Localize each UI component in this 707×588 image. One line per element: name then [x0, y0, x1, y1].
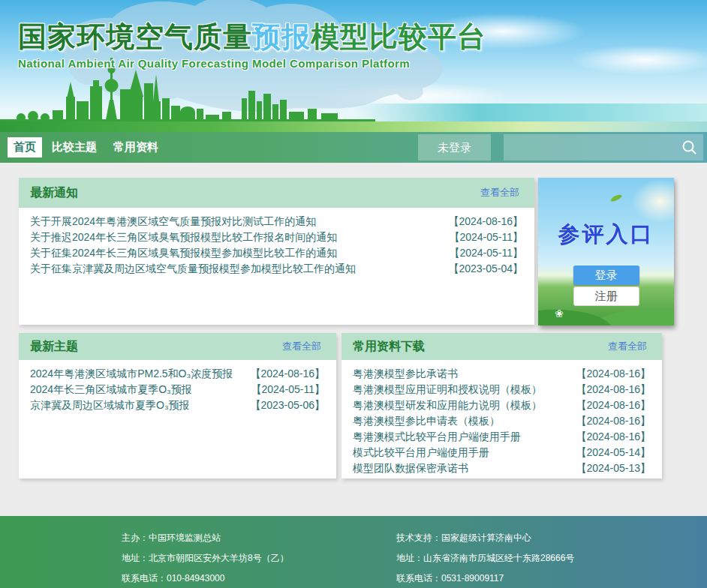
title-part-1: 国家环境空气质量: [18, 21, 252, 52]
notice-item: 关于推迟2024年长三角区域臭氧预报模型比较工作报名时间的通知 【2024-05…: [30, 230, 523, 245]
notice-date: 【2024-05-11】: [449, 245, 523, 261]
notices-list: 关于开展2024年粤港澳区域空气质量预报对比测试工作的通知 【2024-08-1…: [19, 208, 534, 277]
download-link[interactable]: 粤港澳模型应用证明和授权说明（模板）: [353, 382, 542, 398]
footer-tech-support: 技术支持：国家超级计算济南中心: [396, 528, 574, 548]
latest-topics-panel: 最新主题 查看全部 2024年粤港澳区域城市PM2.5和O₃浓度预报 【2024…: [19, 333, 336, 478]
daisy-flower-decoration: ❀: [555, 308, 564, 320]
download-link[interactable]: 粤港澳模型研发和应用能力说明（模板）: [353, 398, 542, 413]
download-item: 粤港澳模型研发和应用能力说明（模板） 【2024-08-16】: [353, 398, 651, 413]
materials-download-panel: 常用资料下载 查看全部 粤港澳模型参比承诺书 【2024-08-16】 粤港澳模…: [341, 333, 662, 478]
downloads-list: 粤港澳模型参比承诺书 【2024-08-16】 粤港澳模型应用证明和授权说明（模…: [341, 360, 662, 476]
main-navigation: 首页 比较主题 常用资料 未登录: [0, 132, 707, 163]
participation-entry-title: 参评入口: [538, 220, 674, 250]
topic-item: 京津冀及周边区域城市夏季O₃预报 【2023-05-06】: [30, 398, 325, 413]
footer-address-left: 地址：北京市朝阳区安外大羊坊8号（乙）: [122, 548, 396, 568]
nav-item-comparison-topics[interactable]: 比较主题: [52, 140, 97, 154]
download-date: 【2024-05-14】: [576, 445, 651, 460]
ground-decoration: [0, 122, 707, 132]
search-icon[interactable]: [681, 139, 699, 157]
notice-link[interactable]: 关于开展2024年粤港澳区域空气质量预报对比测试工作的通知: [30, 214, 316, 230]
page-title: 国家环境空气质量预报模型比较平台: [18, 20, 486, 53]
title-part-2: 预报: [252, 21, 311, 52]
download-date: 【2024-08-16】: [576, 366, 651, 382]
topics-view-all-link[interactable]: 查看全部: [282, 340, 321, 353]
topic-item: 2024年长三角区域城市夏季O₃预报 【2024-05-11】: [30, 382, 325, 398]
nav-item-home[interactable]: 首页: [8, 137, 42, 158]
latest-notices-header: 最新通知 查看全部: [19, 178, 534, 208]
site-footer: 主办：中国环境监测总站 地址：北京市朝阳区安外大羊坊8号（乙） 联系电话：010…: [0, 516, 707, 588]
water-decoration: [354, 104, 707, 123]
downloads-view-all-link[interactable]: 查看全部: [608, 340, 647, 353]
latest-notices-title: 最新通知: [30, 185, 78, 201]
download-date: 【2024-05-13】: [576, 460, 651, 476]
notice-item: 关于征集京津冀及周边区域空气质量预报模型参加模型比较工作的通知 【2023-05…: [30, 261, 523, 277]
download-date: 【2024-08-16】: [576, 398, 651, 413]
main-content: 最新通知 查看全部 关于开展2024年粤港澳区域空气质量预报对比测试工作的通知 …: [0, 163, 707, 478]
topic-item: 2024年粤港澳区域城市PM2.5和O₃浓度预报 【2024-08-16】: [30, 366, 325, 382]
materials-download-header: 常用资料下载 查看全部: [341, 333, 662, 360]
download-link[interactable]: 粤港澳模型参比申请表（模板）: [353, 413, 500, 429]
topic-date: 【2023-05-06】: [250, 398, 325, 413]
topic-link[interactable]: 2024年粤港澳区域城市PM2.5和O₃浓度预报: [30, 366, 233, 382]
notice-item: 关于开展2024年粤港澳区域空气质量预报对比测试工作的通知 【2024-08-1…: [30, 214, 523, 230]
search-input[interactable]: [504, 134, 681, 160]
latest-notices-panel: 最新通知 查看全部 关于开展2024年粤港澳区域空气质量预报对比测试工作的通知 …: [19, 178, 534, 325]
topic-date: 【2024-08-16】: [250, 366, 325, 382]
leaf-decoration: [609, 194, 622, 202]
topic-link[interactable]: 2024年长三角区域城市夏季O₃预报: [30, 382, 192, 398]
notice-date: 【2024-05-11】: [449, 230, 523, 245]
site-header: 国家环境空气质量预报模型比较平台 National Ambient Air Qu…: [0, 0, 707, 132]
topic-date: 【2024-05-11】: [251, 382, 325, 398]
notice-date: 【2024-08-16】: [448, 214, 523, 230]
download-item: 粤港澳模式比较平台用户端使用手册 【2024-08-16】: [353, 429, 651, 445]
latest-topics-title: 最新主题: [30, 339, 78, 355]
download-item: 粤港澳模型应用证明和授权说明（模板） 【2024-08-16】: [353, 382, 651, 398]
participation-entry-panel: 参评入口 登录 注册 ❀: [538, 178, 674, 326]
download-date: 【2024-08-16】: [576, 382, 651, 398]
footer-address-right: 地址：山东省济南市历城区经十东路28666号: [396, 548, 574, 568]
footer-organizer: 主办：中国环境监测总站: [122, 528, 396, 548]
notice-item: 关于征集2024年长三角区域臭氧预报模型参加模型比较工作的通知 【2024-05…: [30, 245, 523, 261]
page-subtitle: National Ambient Air Quality Forecasting…: [18, 57, 486, 70]
download-link[interactable]: 模式比较平台用户端使用手册: [353, 445, 489, 460]
search-box: [504, 134, 703, 160]
footer-phone-left: 联系电话：010-84943000: [122, 568, 396, 588]
topics-list: 2024年粤港澳区域城市PM2.5和O₃浓度预报 【2024-08-16】 20…: [19, 360, 336, 413]
materials-download-title: 常用资料下载: [353, 339, 425, 355]
register-button[interactable]: 注册: [573, 286, 639, 306]
download-item: 粤港澳模型参比承诺书 【2024-08-16】: [353, 366, 651, 382]
download-item: 粤港澳模型参比申请表（模板） 【2024-08-16】: [353, 413, 651, 429]
download-link[interactable]: 粤港澳模式比较平台用户端使用手册: [353, 429, 521, 445]
footer-phone-right: 联系电话：0531-89009117: [396, 568, 574, 588]
notice-link[interactable]: 关于推迟2024年长三角区域臭氧预报模型比较工作报名时间的通知: [30, 230, 337, 245]
notice-link[interactable]: 关于征集2024年长三角区域臭氧预报模型参加模型比较工作的通知: [30, 245, 337, 261]
title-part-3: 模型比较平台: [311, 21, 486, 52]
download-link[interactable]: 粤港澳模型参比承诺书: [353, 366, 458, 382]
login-status-button[interactable]: 未登录: [418, 134, 491, 160]
download-date: 【2024-08-16】: [576, 413, 651, 429]
download-item: 模式比较平台用户端使用手册 【2024-05-14】: [353, 445, 651, 460]
download-date: 【2024-08-16】: [576, 429, 651, 445]
latest-topics-header: 最新主题 查看全部: [19, 333, 336, 360]
login-button[interactable]: 登录: [573, 266, 639, 285]
nav-item-materials[interactable]: 常用资料: [113, 140, 158, 154]
cloud-decoration: [570, 45, 707, 75]
notice-date: 【2023-05-04】: [448, 261, 523, 277]
notice-link[interactable]: 关于征集京津冀及周边区域空气质量预报模型参加模型比较工作的通知: [30, 261, 356, 277]
download-link[interactable]: 模型团队数据保密承诺书: [353, 460, 468, 476]
topic-link[interactable]: 京津冀及周边区域城市夏季O₃预报: [30, 398, 190, 413]
notices-view-all-link[interactable]: 查看全部: [480, 186, 519, 200]
download-item: 模型团队数据保密承诺书 【2024-05-13】: [353, 460, 651, 476]
